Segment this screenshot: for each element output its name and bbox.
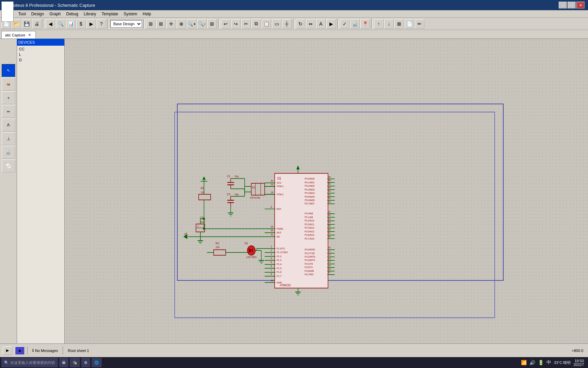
toolbar: 📄 📂 💾 🖨 ◀ 🔍 📊 $ ▶ ? Base Design ⊞ ⊞ ✛ ⊕ … bbox=[0, 18, 588, 30]
devices-panel-header: DEVICES bbox=[17, 39, 64, 46]
device-d[interactable]: D bbox=[18, 57, 64, 63]
taskbar-search-text: 在这里输入你要搜索的内容 bbox=[10, 360, 55, 365]
select-tool[interactable]: ↖ bbox=[2, 64, 15, 77]
taskbar-app2[interactable]: 🎭 bbox=[70, 358, 80, 367]
origin-button[interactable]: ✛ bbox=[166, 19, 176, 29]
export-button[interactable]: ↑ bbox=[374, 19, 383, 29]
toolbar-sep-4 bbox=[218, 19, 219, 29]
taskbar-app4[interactable]: 🌐 bbox=[92, 358, 102, 367]
device-list: CC L D bbox=[17, 46, 64, 343]
device-cc[interactable]: CC bbox=[18, 46, 64, 52]
graph-tool[interactable]: 📈 bbox=[2, 159, 15, 172]
run-button[interactable]: ▶ bbox=[326, 19, 336, 29]
temperature-text: 33°C 晴明 bbox=[554, 360, 571, 365]
maximize-button[interactable]: □ bbox=[568, 2, 576, 9]
taskbar-right: 📶 🔊 🔋 中 33°C 晴明 18:50 2022/7 bbox=[521, 359, 587, 367]
wire-button[interactable]: ┼ bbox=[282, 19, 292, 29]
close-button[interactable]: ✕ bbox=[576, 2, 585, 9]
schematic-border bbox=[177, 104, 504, 281]
undo-button[interactable]: ↩ bbox=[221, 19, 230, 29]
coordinates-section: +800.0 bbox=[570, 349, 585, 353]
wire-tool[interactable]: ＋ bbox=[2, 91, 15, 104]
messages-section: ℹ No Messages bbox=[30, 348, 60, 353]
network-icon[interactable]: 📶 bbox=[521, 360, 527, 365]
taskbar-search[interactable]: 🔍 在这里输入你要搜索的内容 bbox=[1, 358, 58, 367]
menu-tool[interactable]: Tool bbox=[16, 11, 29, 17]
menu-design[interactable]: Design bbox=[29, 11, 47, 17]
toolbar-sep-1 bbox=[43, 19, 44, 29]
taskbar: 🔍 在这里输入你要搜索的内容 🏛 🎭 ⚙ 🌐 📶 🔊 🔋 中 33°C 晴明 1… bbox=[0, 357, 588, 368]
battery-icon[interactable]: 🔋 bbox=[538, 360, 544, 365]
copy-button[interactable]: ⧉ bbox=[251, 19, 261, 29]
probe-side-tool[interactable]: 🔬 bbox=[2, 146, 15, 159]
status-div-1 bbox=[27, 347, 28, 355]
toolbar-sep-6 bbox=[337, 19, 339, 29]
devices-panel: DEVICES CC L D bbox=[17, 39, 65, 343]
import-button[interactable]: ↓ bbox=[384, 19, 394, 29]
language-indicator[interactable]: 中 bbox=[546, 359, 551, 366]
tab-bar: atic Capture ✕ bbox=[0, 30, 588, 39]
stop-button[interactable]: ■ bbox=[15, 347, 24, 355]
canvas-area[interactable]: U1 P1.0/T2 1 P1.1/T2EX 2 P1.2 3 P1.3 4 P… bbox=[65, 39, 588, 343]
tab-close-button[interactable]: ✕ bbox=[27, 33, 32, 37]
rotate-button[interactable]: ↻ bbox=[296, 19, 305, 29]
design-select[interactable]: Base Design bbox=[110, 20, 142, 28]
zoomin-button[interactable]: 🔍+ bbox=[187, 19, 196, 29]
pdf-button[interactable]: 📄 bbox=[405, 19, 414, 29]
save-button[interactable]: 💾 bbox=[22, 19, 31, 29]
menu-help[interactable]: Help bbox=[140, 11, 154, 17]
clock: 18:50 2022/7 bbox=[573, 359, 584, 367]
probe-button[interactable]: 🔬 bbox=[350, 19, 360, 29]
mark-button[interactable]: ✓ bbox=[340, 19, 349, 29]
preview-box bbox=[1, 1, 14, 22]
redo-button[interactable]: ↪ bbox=[231, 19, 241, 29]
menu-system[interactable]: System bbox=[121, 11, 140, 17]
title-text: * - Proteus 8 Professional - Schematic C… bbox=[3, 3, 95, 8]
volume-icon[interactable]: 🔊 bbox=[529, 360, 535, 365]
minimize-button[interactable]: ─ bbox=[559, 2, 567, 9]
toolbar-sep-2 bbox=[108, 19, 109, 29]
label-tool[interactable]: A bbox=[2, 119, 15, 132]
cut-button[interactable]: ✂ bbox=[241, 19, 251, 29]
play-button[interactable]: ▶ bbox=[3, 347, 12, 355]
toolbar-sep-3 bbox=[143, 19, 145, 29]
netlist-button[interactable]: 📊 bbox=[66, 19, 76, 29]
toolbar-sep-7 bbox=[371, 19, 373, 29]
help2-button[interactable]: ? bbox=[97, 19, 106, 29]
center-button[interactable]: ⊕ bbox=[177, 19, 186, 29]
bus-tool[interactable]: ═ bbox=[2, 105, 15, 118]
power-tool[interactable]: ⊥ bbox=[2, 132, 15, 145]
pencil-button[interactable]: ✏ bbox=[415, 19, 424, 29]
netlist2-button[interactable]: ⊠ bbox=[394, 19, 404, 29]
print-button[interactable]: 🖨 bbox=[32, 19, 42, 29]
left-sidebar: ↖ 📦 ＋ ═ A ⊥ 🔬 📈 bbox=[0, 39, 17, 343]
zoomout-button[interactable]: 🔍- bbox=[197, 19, 207, 29]
time-display: 18:50 bbox=[573, 359, 584, 363]
goto-button[interactable]: ⊞ bbox=[146, 19, 156, 29]
sim-button[interactable]: ▶ bbox=[86, 19, 96, 29]
component-tool[interactable]: 📦 bbox=[2, 78, 15, 91]
zoomfit-button[interactable]: ⊞ bbox=[207, 19, 217, 29]
probe2-button[interactable]: 📍 bbox=[360, 19, 370, 29]
sheet-section: Root sheet 1 bbox=[66, 349, 91, 353]
block-button[interactable]: ▭ bbox=[272, 19, 281, 29]
grid-button[interactable]: ⊞ bbox=[156, 19, 166, 29]
status-div-2 bbox=[63, 347, 63, 355]
menu-template[interactable]: Template bbox=[99, 11, 121, 17]
device-l[interactable]: L bbox=[18, 52, 64, 57]
schematic-tab[interactable]: atic Capture ✕ bbox=[1, 31, 36, 39]
bom-button[interactable]: $ bbox=[76, 19, 86, 29]
back-button[interactable]: ◀ bbox=[46, 19, 55, 29]
menu-library[interactable]: Library bbox=[81, 11, 99, 17]
mirror-button[interactable]: ⇔ bbox=[306, 19, 315, 29]
taskbar-app1[interactable]: 🏛 bbox=[59, 358, 68, 367]
search-button[interactable]: 🔍 bbox=[56, 19, 65, 29]
title-bar-controls: ─ □ ✕ bbox=[559, 2, 585, 9]
menu-graph[interactable]: Graph bbox=[47, 11, 63, 17]
taskbar-app3[interactable]: ⚙ bbox=[81, 358, 90, 367]
annotate-button[interactable]: A bbox=[316, 19, 326, 29]
menu-debug[interactable]: Debug bbox=[64, 11, 81, 17]
messages-text: No Messages bbox=[35, 349, 58, 353]
paste-button[interactable]: 📋 bbox=[262, 19, 271, 29]
title-bar: * - Proteus 8 Professional - Schematic C… bbox=[0, 0, 588, 10]
